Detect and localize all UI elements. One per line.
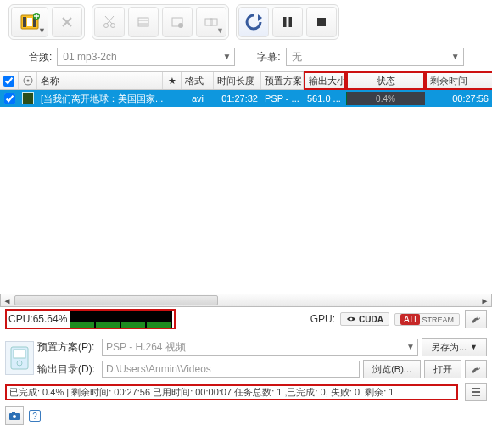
grid-body [0, 107, 492, 294]
remove-icon [59, 14, 75, 30]
subtitle-value: 无 [292, 48, 302, 65]
help-icon[interactable]: ? [29, 410, 41, 422]
cpu-gpu-row: CPU:65.64% GPU: CUDA ATI STREAM [0, 307, 492, 331]
status-row: 已完成: 0.4% | 剩余时间: 00:27:56 已用时间: 00:00:0… [0, 381, 492, 403]
effects-button[interactable] [162, 7, 193, 37]
svg-rect-23 [12, 412, 15, 414]
outdir-label: 输出目录(D): [37, 362, 98, 377]
col-preset[interactable]: 预置方案 [261, 72, 304, 89]
audio-label: 音频: [29, 50, 52, 64]
saveas-button[interactable]: 另存为...▼ [422, 338, 487, 356]
pause-button[interactable] [272, 7, 303, 37]
screenshot-button[interactable] [5, 406, 24, 425]
preset-label: 预置方案(P): [37, 340, 98, 355]
svg-rect-19 [14, 350, 25, 358]
film-crop-icon [136, 14, 151, 30]
row-checkbox[interactable] [4, 93, 15, 104]
row-progress: 0.4% [346, 90, 425, 107]
stop-icon [315, 15, 328, 29]
scissors-icon [102, 14, 117, 30]
svg-rect-1 [23, 17, 26, 27]
svg-point-9 [178, 23, 183, 28]
gpu-label: GPU: [310, 313, 335, 325]
col-type [19, 72, 37, 89]
svg-rect-10 [205, 19, 212, 25]
subtitle-select[interactable]: 无 ▼ [286, 48, 464, 66]
row-duration: 01:27:32 [214, 90, 261, 107]
file-thumb [22, 92, 34, 104]
subtitle-label: 字幕: [257, 50, 280, 64]
outdir-settings-button[interactable] [465, 360, 487, 378]
list-icon [470, 386, 482, 398]
row-name: [当我们离开地球：美国国家... [37, 90, 163, 107]
cpu-meter: CPU:65.64% [5, 309, 176, 329]
preset-field[interactable]: PSP - H.264 视频 ▼ [102, 339, 418, 356]
pause-icon [281, 15, 294, 29]
preset-value: PSP - H.264 视频 [106, 340, 186, 355]
file-btn-group: ▼ [8, 4, 85, 40]
gpu-box: GPU: CUDA ATI STREAM [310, 310, 487, 328]
crop-button[interactable] [128, 7, 159, 37]
dropdown-arrow-icon: ▼ [217, 48, 231, 65]
nvidia-eye-icon [346, 314, 356, 324]
col-name[interactable]: 名称 [37, 72, 163, 89]
wrench-icon [470, 313, 482, 325]
svg-rect-11 [210, 19, 217, 25]
wrench-icon [470, 363, 482, 375]
table-row[interactable]: [当我们离开地球：美国国家... avi 01:27:32 PSP - ... … [0, 90, 492, 107]
audio-select[interactable]: 01 mp3-2ch ▼ [57, 48, 235, 66]
scroll-thumb[interactable] [14, 295, 218, 305]
options-block: 预置方案(P): PSP - H.264 视频 ▼ 另存为...▼ 输出目录(D… [0, 335, 492, 381]
dropdown-arrow-icon: ▼ [446, 48, 460, 65]
merge-button[interactable]: ▼ [196, 7, 226, 37]
svg-rect-13 [289, 17, 293, 27]
list-mode-button[interactable] [465, 383, 487, 401]
add-file-button[interactable]: ▼ [11, 7, 48, 37]
svg-point-5 [104, 24, 109, 28]
cuda-badge: CUDA [340, 312, 389, 326]
gpu-settings-button[interactable] [465, 310, 487, 328]
col-remaining[interactable]: 剩余时间 [425, 71, 492, 90]
progress-text: 0.4% [376, 94, 395, 104]
preset-device-icon [5, 341, 34, 375]
hscrollbar[interactable]: ◄ ► [0, 294, 492, 307]
col-duration[interactable]: 时间长度 [214, 72, 261, 89]
svg-point-16 [26, 80, 29, 82]
cpu-graph [70, 311, 172, 328]
audio-value: 01 mp3-2ch [63, 48, 116, 65]
cpu-label: CPU:65.64% [8, 313, 67, 325]
scroll-right-btn[interactable]: ► [478, 294, 491, 306]
select-all-checkbox[interactable] [3, 76, 14, 87]
outdir-value: D:\Users\Anmin\Videos [106, 363, 211, 375]
dropdown-arrow-icon: ▼ [406, 342, 415, 351]
play-btn-group [236, 4, 339, 40]
stop-button[interactable] [306, 7, 337, 37]
convert-icon [244, 13, 263, 31]
camera-icon [8, 411, 20, 421]
svg-rect-12 [283, 17, 287, 27]
dropdown-arrow-icon: ▼ [216, 26, 224, 35]
grid-header: 名称 ★ 格式 时间长度 预置方案 输出大小 状态 剩余时间 [0, 71, 492, 90]
disc-icon [23, 76, 33, 86]
scroll-left-btn[interactable]: ◄ [1, 294, 14, 306]
outdir-field[interactable]: D:\Users\Anmin\Videos [102, 361, 360, 378]
browse-button[interactable]: 浏览(B)... [363, 360, 421, 378]
col-check[interactable] [0, 72, 19, 89]
stream-select-row: 音频: 01 mp3-2ch ▼ 字幕: 无 ▼ [0, 44, 492, 71]
edit-btn-group: ▼ [92, 4, 229, 40]
cut-button[interactable] [94, 7, 125, 37]
svg-point-17 [349, 318, 352, 321]
svg-rect-7 [138, 18, 148, 26]
remove-button[interactable] [52, 7, 82, 37]
row-outsize: 561.0 ... [304, 90, 346, 107]
open-button[interactable]: 打开 [424, 360, 461, 378]
main-toolbar: ▼ ▼ [0, 0, 492, 44]
convert-button[interactable] [238, 7, 269, 37]
svg-point-22 [13, 415, 16, 418]
svg-rect-14 [317, 18, 326, 26]
row-preset: PSP - ... [261, 90, 304, 107]
col-status[interactable]: 状态 [346, 71, 425, 90]
col-star[interactable]: ★ [163, 72, 182, 89]
col-outsize[interactable]: 输出大小 [304, 71, 346, 90]
col-format[interactable]: 格式 [182, 72, 214, 89]
